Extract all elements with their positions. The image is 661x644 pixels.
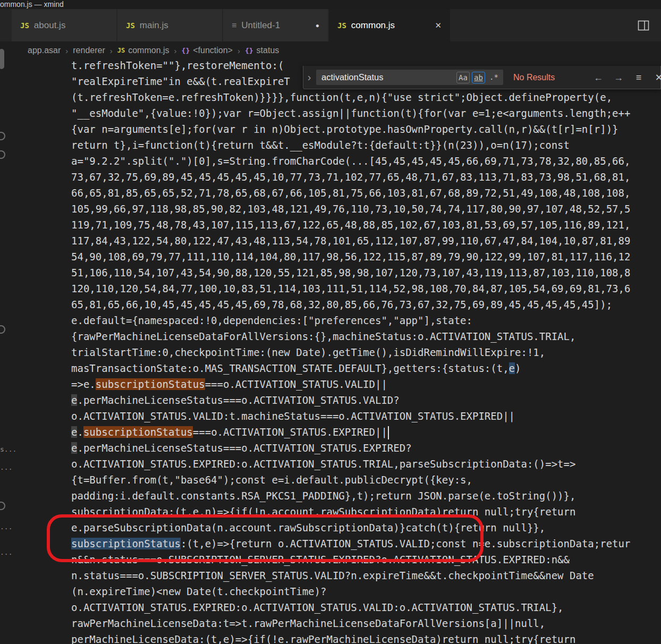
code-line: (n.expireTime)<new Date(t.checkpointTime…: [71, 583, 661, 599]
code-line: a="9.2.2".split(".")[0],s=String.fromCha…: [71, 153, 661, 169]
code-text: 51,106,110,54,107,43,54,90,88,120,55,121…: [71, 267, 630, 278]
split-editor-icon[interactable]: [638, 20, 649, 31]
scrollbar-fragment[interactable]: [0, 49, 4, 69]
code-text: (n.expireTime)<new Date(t.checkpointTime…: [71, 586, 326, 597]
code-text: trialStartTime:0,checkpointTime:(new Dat…: [71, 346, 545, 358]
tab-common-js[interactable]: JScommon.js✕: [329, 9, 450, 41]
tab-main-js[interactable]: JSmain.js: [117, 9, 222, 41]
find-input[interactable]: activationStatus Aa ab .*: [316, 70, 503, 85]
code-line: o.ACTIVATION_STATUS.VALID:t.machineStatu…: [71, 408, 661, 424]
code-line: return t},i=function(t){return t&&t.__es…: [71, 137, 661, 153]
code-line: {t=Buffer.from(t,"base64");const e=i.def…: [71, 472, 661, 488]
code-text: a="9.2.2".split(".")[0],s=String.fromCha…: [71, 155, 630, 167]
breadcrumb-label: status: [257, 46, 279, 55]
highlighted-text: e: [71, 394, 77, 406]
code-text: n.status===o.SUBSCRIPTION_SERVER_STATUS.…: [71, 570, 594, 581]
titlebar: ommon.js — xmind: [0, 0, 661, 9]
code-text: 105,99,66,97,118,98,85,90,82,103,48,121,…: [71, 203, 630, 215]
tab-label: main.js: [140, 20, 168, 31]
code-line: 119,71,109,75,48,78,43,107,115,113,67,12…: [71, 217, 661, 233]
code-text: ===o.ACTIVATION_STATUS.VALID||: [205, 378, 387, 390]
code-line: 105,99,66,97,118,98,85,90,82,103,48,121,…: [71, 201, 661, 217]
code-text: ===o.ACTIVATION_STATUS.EXPIRED||: [193, 426, 387, 438]
previous-match-button[interactable]: ←: [590, 66, 606, 89]
breadcrumb-separator-icon: ›: [110, 46, 113, 55]
breadcrumb-label: app.asar: [28, 46, 61, 55]
tab-label: Untitled-1: [241, 20, 280, 31]
code-line: {var n=arguments[e];for(var r in n)Objec…: [71, 121, 661, 137]
highlighted-text: subscriptionStatus: [96, 378, 205, 390]
code-line: 66,65,81,85,65,65,52,71,78,65,68,67,66,1…: [71, 185, 661, 201]
close-tab-icon[interactable]: ✕: [435, 21, 442, 30]
breadcrumb-label: common.js: [128, 46, 169, 55]
js-file-icon: JS: [126, 21, 135, 30]
code-line: e.perMachineLicenseStatus===o.ACTIVATION…: [71, 440, 661, 456]
code-line: 51,106,110,54,107,43,54,90,88,120,55,121…: [71, 265, 661, 281]
highlighted-text: subscriptionStatus: [83, 426, 193, 438]
code-line: 73,67,32,75,69,89,45,45,45,45,45,10,77,7…: [71, 169, 661, 185]
breadcrumb-separator-icon: ›: [174, 46, 177, 55]
js-file-icon: JS: [117, 47, 125, 54]
breadcrumb: app.asar›renderer›JScommon.js›{}<functio…: [0, 41, 661, 60]
text-cursor: [388, 426, 389, 439]
vscode-window: ommon.js — xmind JSabout.jsJSmain.js≡Unt…: [0, 0, 661, 644]
unsaved-dot-icon: ●: [316, 22, 319, 29]
gutter-mark-dot: [0, 325, 5, 334]
close-find-widget-button[interactable]: ✕: [651, 66, 661, 89]
find-results-count: No Results: [513, 66, 555, 89]
code-text: 73,67,32,75,69,89,45,45,45,45,45,10,77,7…: [71, 171, 630, 183]
code-text: 119,71,109,75,48,78,43,107,115,113,67,12…: [71, 219, 630, 231]
code-text: {rawPerMachineLicenseDataForAllVersions:…: [71, 331, 575, 342]
code-line: "__esModule",{value:!0});var r=Object.as…: [71, 105, 661, 121]
breadcrumb-separator-icon: ›: [65, 46, 68, 55]
breadcrumb-item-renderer[interactable]: renderer: [73, 46, 105, 55]
toggle-replace-chevron-icon[interactable]: ›: [303, 66, 315, 89]
code-text: {var n=arguments[e];for(var r in n)Objec…: [71, 123, 618, 135]
code-line: e.subscriptionStatus===o.ACTIVATION_STAT…: [71, 424, 661, 440]
code-line: e.perMachineLicenseStatus===o.ACTIVATION…: [71, 392, 661, 408]
code-text: 117,84,43,122,54,80,122,47,43,48,113,54,…: [71, 235, 630, 247]
breadcrumb-item-status[interactable]: {}status: [245, 46, 279, 55]
next-match-button[interactable]: →: [611, 66, 626, 89]
code-line: n.status===o.SUBSCRIPTION_SERVER_STATUS.…: [71, 567, 661, 583]
breadcrumb-item--function-[interactable]: {}<function>: [182, 46, 233, 55]
match-case-button[interactable]: Aa: [456, 72, 470, 83]
tab-label: about.js: [34, 20, 66, 31]
code-line: =>e.subscriptionStatus===o.ACTIVATION_ST…: [71, 376, 661, 392]
code-text: "realExpireTime"in e&&(t.realExpireT: [71, 75, 290, 87]
tab-untitled-1[interactable]: ≡Untitled-1●: [223, 9, 328, 41]
code-text: .: [77, 426, 83, 438]
tab-list: JSabout.jsJSmain.js≡Untitled-1●JScommon.…: [12, 9, 451, 41]
code-line: perMachineLicenseData:(t,e)=>{if(!e.rawP…: [71, 631, 661, 644]
code-text: 66,65,81,85,65,65,52,71,78,65,68,67,66,1…: [71, 187, 630, 199]
code-text: 54,90,108,69,79,77,111,110,114,104,80,11…: [71, 251, 630, 262]
symbol-icon: {}: [245, 47, 253, 55]
breadcrumb-item-common-js[interactable]: JScommon.js: [117, 46, 170, 55]
code-line: padding:i.default.constants.RSA_PKCS1_PA…: [71, 488, 661, 504]
code-line: o.ACTIVATION_STATUS.EXPIRED:o.ACTIVATION…: [71, 456, 661, 472]
tab-about-js[interactable]: JSabout.js: [12, 9, 116, 41]
code-line: 120,110,120,54,84,77,100,10,83,51,114,10…: [71, 281, 661, 296]
code-line: o.ACTIVATION_STATUS.EXPIRED:o.ACTIVATION…: [71, 599, 661, 615]
find-query-text: activationStatus: [321, 72, 454, 82]
gutter-text-fragment: s...: [0, 445, 16, 453]
breadcrumb-separator-icon: ›: [238, 46, 240, 55]
whole-word-button[interactable]: ab: [472, 72, 485, 83]
code-editor[interactable]: s............ t.refreshToken=""},restore…: [0, 60, 661, 644]
breadcrumb-item-app-asar[interactable]: app.asar: [28, 46, 61, 55]
code-text: padding:i.default.constants.RSA_PKCS1_PA…: [71, 490, 575, 502]
code-text: =>e.: [71, 378, 96, 390]
code-text: ): [515, 362, 521, 374]
regex-button[interactable]: .*: [487, 72, 501, 83]
code-line: e.default={namespaced:!0,dependencies:["…: [71, 312, 661, 328]
code-line: 65,81,65,66,10,45,45,45,45,45,69,78,68,3…: [71, 296, 661, 312]
highlighted-text: e: [71, 442, 77, 454]
code-text: 65,81,65,66,10,45,45,45,45,45,69,78,68,3…: [71, 299, 612, 310]
find-in-selection-button[interactable]: ≡: [631, 66, 647, 89]
code-line: 117,84,43,122,54,80,122,47,43,48,113,54,…: [71, 233, 661, 249]
code-text: masTransactionState:o.MAS_TRANSACTION_ST…: [71, 362, 509, 374]
code-text: .perMachineLicenseStatus===o.ACTIVATION_…: [77, 442, 411, 454]
code-line: masTransactionState:o.MAS_TRANSACTION_ST…: [71, 360, 661, 376]
symbol-icon: {}: [182, 47, 190, 55]
code-text: (t.refreshToken=e.refreshToken)}}}},func…: [71, 91, 612, 103]
